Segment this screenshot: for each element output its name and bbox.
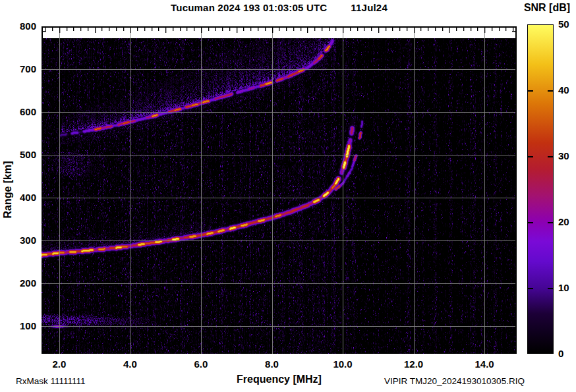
x-tick-label: 14.0	[468, 358, 501, 370]
x-tick-label: 4.0	[113, 358, 146, 370]
colorbar-tick	[548, 156, 553, 157]
colorbar-tick-label: 40	[558, 84, 575, 96]
colorbar-tick-label: 30	[558, 150, 575, 161]
x-tick-label: 6.0	[185, 358, 217, 370]
colorbar-tick	[528, 222, 533, 223]
snr-colorbar	[527, 24, 554, 354]
ionogram-screenshot: Tucuman 2024 193 01:03:05 UTC 11Jul24 SN…	[0, 0, 576, 392]
colorbar-tick	[528, 90, 533, 92]
y-tick-label: 700	[5, 63, 36, 74]
colorbar-tick	[548, 288, 553, 289]
y-tick-label: 300	[5, 235, 36, 246]
colorbar-tick	[548, 90, 553, 92]
colorbar-tick	[528, 288, 533, 289]
colorbar-tick-label: 10	[558, 282, 575, 293]
x-tick-label: 10.0	[326, 358, 359, 370]
x-tick-label: 8.0	[256, 358, 289, 370]
plot-date: 11Jul24	[351, 2, 388, 13]
colorbar-tick	[548, 222, 553, 223]
plot-header: Tucuman 2024 193 01:03:05 UTC 11Jul24	[42, 2, 517, 13]
colorbar-tick-label: 50	[558, 18, 575, 30]
y-tick-label: 200	[5, 277, 36, 289]
y-tick-label: 400	[5, 192, 36, 203]
x-tick-label: 12.0	[397, 358, 430, 370]
y-tick-label: 100	[5, 320, 36, 331]
ionogram-heatmap	[42, 26, 517, 354]
filename-label: VIPIR TMJ20_2024193010305.RIQ	[384, 376, 525, 386]
colorbar-tick-label: 0	[558, 348, 575, 359]
plot-title: Tucuman 2024 193 01:03:05 UTC	[171, 2, 327, 13]
y-tick-label: 600	[5, 106, 36, 117]
y-tick-label: 500	[5, 149, 36, 160]
x-tick-label: 2.0	[43, 358, 76, 370]
colorbar-title: SNR [dB]	[518, 2, 576, 14]
colorbar-tick	[528, 156, 533, 157]
colorbar-tick-label: 20	[558, 216, 575, 227]
rxmask-label: RxMask 11111111	[16, 376, 86, 386]
y-tick-label: 800	[5, 20, 36, 32]
